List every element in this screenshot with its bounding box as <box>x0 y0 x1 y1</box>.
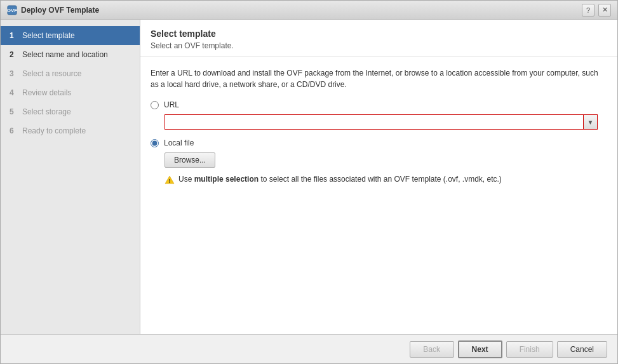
warning-bold-text: multiple selection <box>194 175 259 184</box>
cancel-button[interactable]: Cancel <box>557 341 607 358</box>
warning-suffix: to select all the files associated with … <box>259 175 502 184</box>
sidebar-item-4-number: 4 <box>10 88 18 97</box>
url-option-label[interactable]: URL <box>164 100 179 109</box>
url-option-row: URL <box>151 100 607 109</box>
panel-body: Enter a URL to download and install the … <box>140 57 617 334</box>
local-file-section: Browse... ! Use multiple selection to se… <box>165 152 607 185</box>
sidebar-item-2-label: Select name and location <box>22 50 108 59</box>
sidebar: 1 Select template 2 Select name and loca… <box>1 20 140 334</box>
window-title: Deploy OVF Template <box>21 6 578 15</box>
back-button[interactable]: Back <box>410 341 454 358</box>
description-text: Enter a URL to download and install the … <box>151 67 607 90</box>
browse-button[interactable]: Browse... <box>165 152 215 168</box>
help-button[interactable]: ? <box>582 4 594 17</box>
app-icon: OVF <box>7 5 17 15</box>
sidebar-item-3-number: 3 <box>10 69 18 78</box>
sidebar-item-storage: 5 Select storage <box>1 102 140 121</box>
sidebar-item-5-label: Select storage <box>22 107 71 116</box>
sidebar-item-6-label: Ready to complete <box>22 126 86 135</box>
main-window: OVF Deploy OVF Template ? ✕ 1 Select tem… <box>0 0 618 364</box>
panel-header: Select template Select an OVF template. <box>140 20 617 57</box>
close-button[interactable]: ✕ <box>598 4 611 17</box>
title-bar-controls: ? ✕ <box>582 4 611 17</box>
footer: Back Next Finish Cancel <box>1 334 617 363</box>
sidebar-item-1-number: 1 <box>10 31 18 40</box>
local-file-option-row: Local file <box>151 138 607 147</box>
svg-text:!: ! <box>169 178 171 184</box>
sidebar-item-2-number: 2 <box>10 50 18 59</box>
url-radio[interactable] <box>151 101 159 109</box>
warning-row: ! Use multiple selection to select all t… <box>165 174 607 185</box>
warning-text: Use multiple selection to select all the… <box>178 174 502 185</box>
sidebar-item-5-number: 5 <box>10 107 18 116</box>
sidebar-item-name-location[interactable]: 2 Select name and location <box>1 45 140 64</box>
panel-subtitle: Select an OVF template. <box>151 41 607 50</box>
finish-button[interactable]: Finish <box>506 341 553 358</box>
sidebar-item-6-number: 6 <box>10 126 18 135</box>
sidebar-item-ready: 6 Ready to complete <box>1 121 140 140</box>
url-dropdown-button[interactable]: ▼ <box>584 114 598 130</box>
sidebar-item-resource: 3 Select a resource <box>1 64 140 83</box>
sidebar-item-4-label: Review details <box>22 88 71 97</box>
sidebar-item-select-template[interactable]: 1 Select template <box>1 26 140 45</box>
warning-icon: ! <box>165 175 175 185</box>
main-content: 1 Select template 2 Select name and loca… <box>1 20 617 334</box>
url-input[interactable] <box>165 114 584 130</box>
local-file-radio[interactable] <box>151 139 159 147</box>
next-button[interactable]: Next <box>458 340 502 358</box>
local-file-option-label[interactable]: Local file <box>164 138 194 147</box>
sidebar-item-review: 4 Review details <box>1 83 140 102</box>
panel-title: Select template <box>151 29 607 39</box>
title-bar: OVF Deploy OVF Template ? ✕ <box>1 1 617 20</box>
sidebar-item-3-label: Select a resource <box>22 69 81 78</box>
content-panel: Select template Select an OVF template. … <box>140 20 617 334</box>
url-input-row: ▼ <box>165 114 607 130</box>
sidebar-item-1-label: Select template <box>22 31 75 40</box>
svg-text:OVF: OVF <box>7 8 17 13</box>
